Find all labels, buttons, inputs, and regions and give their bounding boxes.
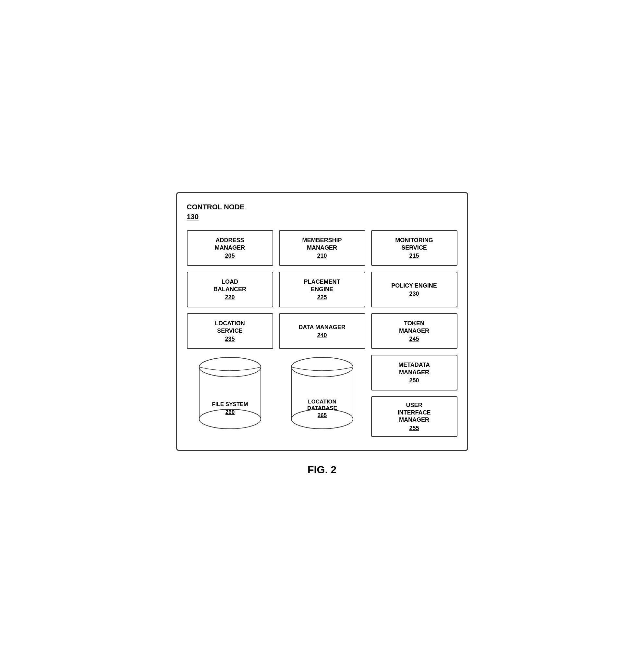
figure-label: FIG. 2: [308, 464, 336, 476]
svg-point-10: [291, 358, 353, 377]
svg-text:LOCATION: LOCATION: [308, 399, 336, 405]
svg-text:FILE SYSTEM: FILE SYSTEM: [212, 401, 248, 407]
svg-text:265: 265: [317, 412, 326, 419]
placement-engine-box: PLACEMENTENGINE 225: [279, 272, 365, 307]
svg-point-3: [199, 358, 261, 377]
metadata-manager-box: METADATAMANAGER 250: [371, 355, 458, 391]
control-node-title: CONTROL NODE 130: [187, 203, 458, 221]
location-service-box: LOCATIONSERVICE 235: [187, 313, 273, 349]
membership-manager-box: MEMBERSHIPMANAGER 210: [279, 230, 365, 266]
data-manager-box: DATA MANAGER 240: [279, 313, 365, 349]
token-manager-box: TOKENMANAGER 245: [371, 313, 458, 349]
svg-text:260: 260: [225, 409, 234, 415]
load-balancer-box: LOADBALANCER 220: [187, 272, 273, 307]
middle-column: MEMBERSHIPMANAGER 210 PLACEMENTENGINE 22…: [279, 230, 365, 437]
location-database-cylinder-wrapper: LOCATION DATABASE 265: [279, 355, 365, 433]
svg-text:DATABASE: DATABASE: [307, 405, 337, 411]
file-system-cylinder-wrapper: FILE SYSTEM 260: [187, 355, 273, 433]
policy-engine-box: POLICY ENGINE 230: [371, 272, 458, 307]
location-database-cylinder: LOCATION DATABASE 265: [290, 355, 355, 433]
user-interface-manager-box: USERINTERFACEMANAGER 255: [371, 396, 458, 437]
diagram-container: CONTROL NODE 130 ADDRESSMANAGER 205 LOAD…: [176, 192, 468, 451]
address-manager-box: ADDRESSMANAGER 205: [187, 230, 273, 266]
right-column: MONITORINGSERVICE 215 POLICY ENGINE 230 …: [371, 230, 458, 437]
main-grid: ADDRESSMANAGER 205 LOADBALANCER 220 LOCA…: [187, 230, 458, 437]
monitoring-service-box: MONITORINGSERVICE 215: [371, 230, 458, 266]
left-column: ADDRESSMANAGER 205 LOADBALANCER 220 LOCA…: [187, 230, 273, 437]
file-system-cylinder: FILE SYSTEM 260: [198, 355, 262, 433]
